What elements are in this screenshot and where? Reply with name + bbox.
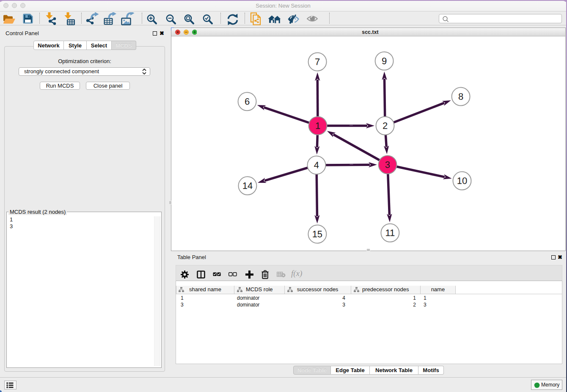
- svg-text:2: 2: [383, 121, 388, 131]
- svg-text:3: 3: [385, 160, 390, 170]
- svg-text:4: 4: [314, 160, 319, 170]
- svg-text:6: 6: [245, 96, 250, 107]
- svg-text:8: 8: [458, 91, 463, 102]
- svg-text:15: 15: [312, 229, 322, 239]
- svg-text:7: 7: [315, 56, 320, 67]
- svg-text:9: 9: [382, 56, 387, 66]
- svg-text:10: 10: [457, 176, 467, 186]
- svg-text:11: 11: [385, 228, 395, 238]
- svg-text:14: 14: [242, 180, 253, 191]
- svg-text:1: 1: [315, 120, 320, 131]
